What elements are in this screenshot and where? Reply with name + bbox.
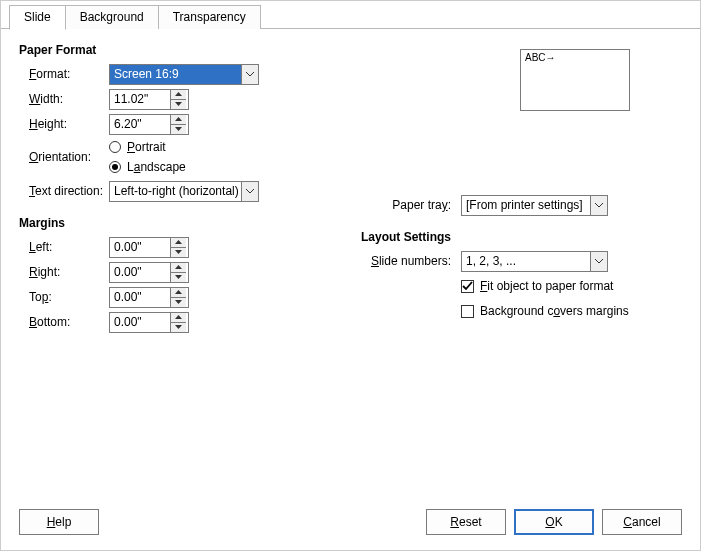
margin-right-input[interactable] <box>110 263 170 282</box>
height-spin[interactable] <box>109 114 189 135</box>
reset-button[interactable]: Reset <box>426 509 506 535</box>
spin-down-icon[interactable] <box>171 297 186 307</box>
spin-down-icon[interactable] <box>171 322 186 332</box>
spin-down-icon[interactable] <box>171 99 186 109</box>
width-input[interactable] <box>110 90 170 109</box>
cancel-button[interactable]: Cancel <box>602 509 682 535</box>
margin-top-spin[interactable] <box>109 287 189 308</box>
spin-up-icon[interactable] <box>171 263 186 272</box>
spin-up-icon[interactable] <box>171 90 186 99</box>
width-spin[interactable] <box>109 89 189 110</box>
format-label: Format: <box>19 67 109 81</box>
orientation-label: Orientation: <box>19 150 109 164</box>
spin-up-icon[interactable] <box>171 238 186 247</box>
chevron-down-icon[interactable] <box>241 65 258 84</box>
height-label: Height: <box>19 117 109 131</box>
margin-left-spin[interactable] <box>109 237 189 258</box>
section-layout-settings: Layout Settings <box>361 230 682 244</box>
orientation-preview: ABC→ <box>520 49 630 111</box>
spin-down-icon[interactable] <box>171 247 186 257</box>
paper-tray-label: Paper tray: <box>361 198 461 212</box>
spin-up-icon[interactable] <box>171 288 186 297</box>
slide-numbers-combo[interactable]: 1, 2, 3, ... <box>461 251 608 272</box>
chevron-down-icon[interactable] <box>590 252 607 271</box>
margin-right-spin[interactable] <box>109 262 189 283</box>
text-direction-combo[interactable]: Left-to-right (horizontal) <box>109 181 259 202</box>
spin-up-icon[interactable] <box>171 115 186 124</box>
chevron-down-icon[interactable] <box>590 196 607 215</box>
slide-properties-dialog: Slide Background Transparency Paper Form… <box>0 0 701 551</box>
orientation-portrait-radio[interactable]: Portrait <box>109 138 186 156</box>
orientation-landscape-radio[interactable]: Landscape <box>109 158 186 176</box>
tab-transparency[interactable]: Transparency <box>158 5 261 29</box>
spin-down-icon[interactable] <box>171 124 186 134</box>
margin-bottom-label: Bottom: <box>19 315 109 329</box>
paper-tray-combo[interactable]: [From printer settings] <box>461 195 608 216</box>
margin-left-input[interactable] <box>110 238 170 257</box>
dialog-footer: Help Reset OK Cancel <box>1 494 700 550</box>
margin-bottom-spin[interactable] <box>109 312 189 333</box>
tabstrip: Slide Background Transparency <box>1 1 700 29</box>
background-covers-margins-checkbox[interactable]: Background covers margins <box>461 302 629 320</box>
height-input[interactable] <box>110 115 170 134</box>
tab-slide[interactable]: Slide <box>9 5 66 30</box>
tab-background[interactable]: Background <box>65 5 159 29</box>
margin-right-label: Right: <box>19 265 109 279</box>
format-combo[interactable]: Screen 16:9 <box>109 64 259 85</box>
margin-top-label: Top: <box>19 290 109 304</box>
chevron-down-icon[interactable] <box>241 182 258 201</box>
slide-numbers-label: Slide numbers: <box>361 254 461 268</box>
tab-content-slide: Paper Format Format: Screen 16:9 Width: … <box>1 29 700 494</box>
help-button[interactable]: Help <box>19 509 99 535</box>
ok-button[interactable]: OK <box>514 509 594 535</box>
width-label: Width: <box>19 92 109 106</box>
spin-up-icon[interactable] <box>171 313 186 322</box>
margin-top-input[interactable] <box>110 288 170 307</box>
spin-down-icon[interactable] <box>171 272 186 282</box>
margin-left-label: Left: <box>19 240 109 254</box>
text-direction-label: Text direction: <box>19 184 109 198</box>
margin-bottom-input[interactable] <box>110 313 170 332</box>
fit-object-checkbox[interactable]: Fit object to paper format <box>461 277 613 295</box>
